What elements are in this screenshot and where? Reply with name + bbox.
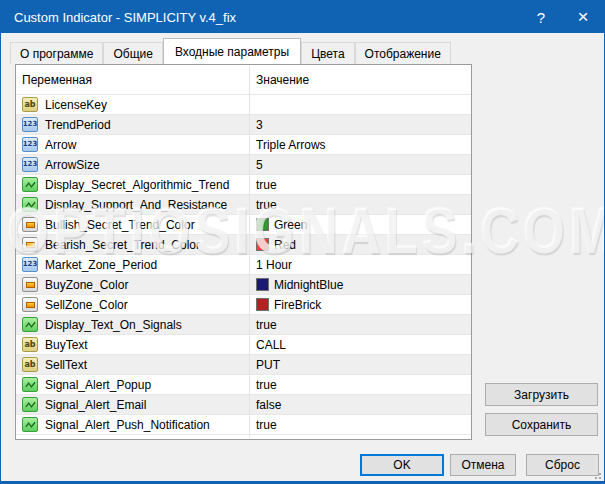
param-value-cell[interactable]: true — [249, 315, 471, 334]
param-name: TrendPeriod — [45, 118, 111, 132]
table-row[interactable]: 123 ArrowSize 5 — [16, 155, 471, 175]
table-row[interactable]: ab BuyText CALL — [16, 335, 471, 355]
tab-label: Цвета — [311, 47, 344, 61]
param-type-glyph: ab — [24, 101, 35, 109]
tab-label: Отображение — [365, 47, 441, 61]
param-value-cell[interactable]: true — [249, 175, 471, 194]
tab[interactable]: Общие — [103, 42, 162, 64]
param-name: Signal_Alert_Popup — [45, 378, 151, 392]
param-name: Signal_Alert_Email — [45, 398, 146, 412]
param-value: true — [256, 318, 277, 332]
tab-label: Входные параметры — [175, 45, 289, 59]
ok-button[interactable]: OK — [360, 454, 444, 476]
param-type-icon: ab — [22, 337, 38, 352]
header-variable: Переменная — [16, 65, 249, 94]
param-name: Display_Text_On_Signals — [45, 318, 182, 332]
param-type-glyph: 123 — [23, 261, 38, 268]
param-value: FireBrick — [274, 298, 321, 312]
save-button[interactable]: Сохранить — [485, 413, 598, 436]
param-value-cell[interactable] — [249, 95, 471, 114]
param-type-glyph: 123 — [23, 161, 38, 168]
load-button[interactable]: Загрузить — [485, 383, 598, 406]
table-row[interactable]: BuyZone_Color MidnightBlue — [16, 275, 471, 295]
zigzag-chart-icon — [25, 421, 36, 429]
table-row[interactable]: 123 Market_Zone_Period 1 Hour — [16, 255, 471, 275]
param-name: BuyText — [45, 338, 88, 352]
window-title: Custom Indicator - SIMPLICITY v.4_fix — [1, 10, 520, 25]
param-name: ArrowSize — [45, 158, 100, 172]
help-button[interactable]: ? — [520, 1, 562, 33]
table-row[interactable]: ab LicenseKey — [16, 95, 471, 115]
param-type-icon — [22, 377, 38, 392]
cancel-button[interactable]: Отмена — [450, 454, 516, 476]
table-row[interactable]: Signal_Alert_Email false — [16, 395, 471, 415]
param-value: PUT — [256, 358, 280, 372]
param-value-cell[interactable]: CALL — [249, 335, 471, 354]
table-row[interactable]: SellZone_Color FireBrick — [16, 295, 471, 315]
param-value-cell[interactable]: 1 Hour — [249, 255, 471, 274]
color-swatch — [256, 298, 269, 311]
tab[interactable]: Цвета — [301, 42, 354, 64]
table-row[interactable]: Display_Text_On_Signals true — [16, 315, 471, 335]
param-name: Bearish_Secret_Trend_Color — [45, 238, 200, 252]
param-name: BuyZone_Color — [45, 278, 128, 292]
param-type-icon — [22, 277, 38, 292]
table-header-row: Переменная Значение — [16, 65, 471, 95]
param-type-glyph: ab — [24, 361, 35, 369]
param-value: true — [256, 198, 277, 212]
zigzag-chart-icon — [25, 201, 36, 209]
indicator-properties-dialog: Custom Indicator - SIMPLICITY v.4_fix ? … — [0, 0, 605, 484]
color-chip-icon — [26, 242, 35, 248]
param-value-cell[interactable]: FireBrick — [249, 295, 471, 314]
param-value-cell[interactable]: PUT — [249, 355, 471, 374]
zigzag-chart-icon — [25, 181, 36, 189]
table-row[interactable]: 123 Arrow Triple Arrows — [16, 135, 471, 155]
param-value: true — [256, 178, 277, 192]
param-value-cell[interactable]: false — [249, 395, 471, 414]
table-row[interactable]: Display_Support_And_Resistance true — [16, 195, 471, 215]
param-type-icon: ab — [22, 97, 38, 112]
param-value-cell[interactable]: MidnightBlue — [249, 275, 471, 294]
param-value: true — [256, 378, 277, 392]
param-value-cell[interactable]: true — [249, 195, 471, 214]
param-type-icon — [22, 197, 38, 212]
title-bar[interactable]: Custom Indicator - SIMPLICITY v.4_fix ? … — [1, 1, 604, 33]
param-value-cell[interactable]: Green — [249, 215, 471, 234]
param-type-glyph: ab — [24, 341, 35, 349]
table-row[interactable]: Bullish_Secret_Trend_Color Green — [16, 215, 471, 235]
zigzag-chart-icon — [25, 381, 36, 389]
param-value: CALL — [256, 338, 286, 352]
param-value-cell[interactable]: Triple Arrows — [249, 135, 471, 154]
param-value-cell[interactable]: true — [249, 415, 471, 434]
param-type-icon — [22, 217, 38, 232]
param-type-icon — [22, 317, 38, 332]
zigzag-chart-icon — [25, 401, 36, 409]
table-row[interactable]: 123 TrendPeriod 3 — [16, 115, 471, 135]
parameters-table: Переменная Значение ab LicenseKey — [15, 64, 472, 440]
param-value-cell[interactable]: 3 — [249, 115, 471, 134]
param-value-cell[interactable]: Red — [249, 235, 471, 254]
param-value-cell[interactable]: true — [249, 375, 471, 394]
tab[interactable]: Отображение — [355, 42, 451, 64]
tab-label: Общие — [113, 47, 152, 61]
param-name: SellText — [45, 358, 87, 372]
tab[interactable]: Входные параметры — [163, 38, 301, 64]
color-swatch — [256, 218, 269, 231]
reset-button[interactable]: Сброс — [526, 454, 599, 476]
color-chip-icon — [26, 282, 35, 288]
param-type-icon — [22, 177, 38, 192]
param-name: Arrow — [45, 138, 76, 152]
resize-grip[interactable] — [591, 469, 601, 479]
tab[interactable]: О программе — [10, 42, 103, 64]
param-value-cell[interactable]: 5 — [249, 155, 471, 174]
table-row[interactable]: Signal_Alert_Push_Notification true — [16, 415, 471, 435]
table-row[interactable]: Signal_Alert_Popup true — [16, 375, 471, 395]
close-button[interactable]: × — [562, 1, 604, 33]
column-divider — [249, 66, 250, 438]
header-value: Значение — [249, 65, 471, 94]
table-row[interactable]: ab SellText PUT — [16, 355, 471, 375]
table-row[interactable]: Display_Secret_Algorithmic_Trend true — [16, 175, 471, 195]
param-value: Red — [274, 238, 296, 252]
param-type-icon — [22, 237, 38, 252]
table-row[interactable]: Bearish_Secret_Trend_Color Red — [16, 235, 471, 255]
